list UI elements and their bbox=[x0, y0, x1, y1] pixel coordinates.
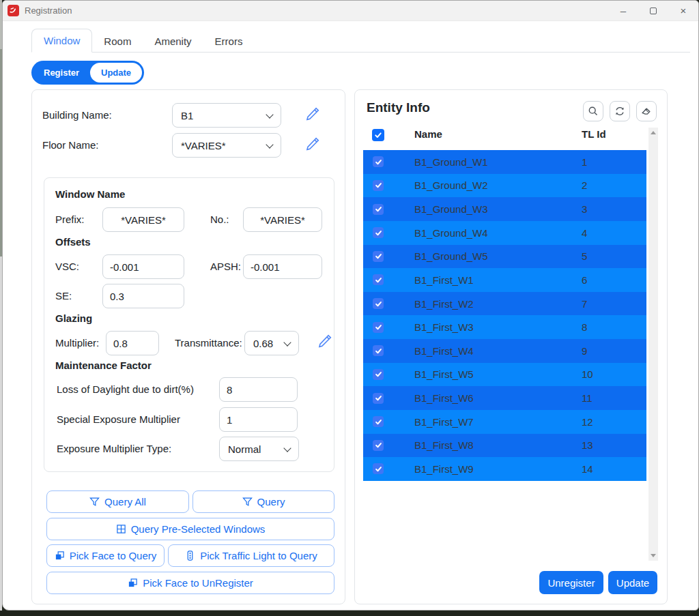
row-checkbox[interactable] bbox=[373, 463, 384, 474]
table-row[interactable]: B1_First_W1 6 bbox=[363, 268, 646, 292]
pick-face-query-button[interactable]: Pick Face to Query bbox=[46, 544, 165, 567]
minimize-button[interactable]: – bbox=[608, 1, 638, 20]
table-row[interactable]: B1_First_W4 9 bbox=[363, 339, 646, 363]
row-checkbox[interactable] bbox=[373, 298, 384, 309]
transmittance-select[interactable]: 0.68 bbox=[244, 331, 299, 355]
check-icon bbox=[375, 276, 382, 284]
no-label: No.: bbox=[210, 214, 229, 225]
tab-amenity[interactable]: Amenity bbox=[143, 30, 203, 53]
no-input[interactable] bbox=[243, 207, 322, 232]
row-name: B1_First_W3 bbox=[414, 321, 474, 333]
row-checkbox[interactable] bbox=[373, 345, 384, 356]
row-checkbox[interactable] bbox=[373, 204, 384, 215]
table-row[interactable]: B1_First_W3 8 bbox=[363, 315, 646, 339]
table-row[interactable]: B1_Ground_W4 4 bbox=[363, 221, 646, 245]
entity-table-scrollbar[interactable] bbox=[648, 128, 658, 561]
row-name: B1_Ground_W4 bbox=[414, 227, 488, 239]
row-name: B1_First_W4 bbox=[414, 345, 474, 357]
maximize-icon bbox=[650, 8, 657, 14]
check-icon bbox=[375, 465, 382, 473]
apsh-input[interactable] bbox=[243, 254, 322, 279]
table-row[interactable]: B1_First_W8 13 bbox=[363, 434, 646, 458]
edit-glazing-icon[interactable] bbox=[317, 334, 332, 349]
edit-building-icon[interactable] bbox=[305, 106, 320, 121]
row-checkbox[interactable] bbox=[373, 440, 384, 451]
edit-floor-icon[interactable] bbox=[305, 136, 320, 151]
table-row[interactable]: B1_Ground_W5 5 bbox=[363, 245, 646, 269]
sem-input[interactable] bbox=[219, 407, 298, 432]
building-name-value: B1 bbox=[181, 110, 193, 121]
entity-table-header: Name TL Id bbox=[363, 128, 646, 148]
table-row[interactable]: B1_Ground_W3 3 bbox=[363, 197, 646, 221]
tab-room[interactable]: Room bbox=[92, 30, 143, 53]
table-row[interactable]: B1_First_W2 7 bbox=[363, 292, 646, 316]
emt-select[interactable]: Normal bbox=[219, 437, 299, 461]
chevron-down-icon bbox=[283, 338, 291, 346]
row-tl-id: 1 bbox=[582, 156, 587, 168]
table-row[interactable]: B1_First_W5 10 bbox=[363, 363, 646, 387]
transmittance-value: 0.68 bbox=[253, 338, 273, 349]
pick-face-unregister-button[interactable]: Pick Face to UnRegister bbox=[46, 572, 334, 594]
vsc-input[interactable] bbox=[102, 254, 184, 279]
floor-name-select[interactable]: *VARIES* bbox=[172, 133, 281, 158]
stacked-squares-icon bbox=[55, 551, 65, 561]
check-icon bbox=[375, 181, 382, 189]
maintenance-title: Maintenance Factor bbox=[55, 360, 152, 371]
apsh-label: APSH: bbox=[210, 261, 241, 272]
funnel-icon bbox=[89, 497, 100, 507]
scroll-down-icon[interactable] bbox=[651, 554, 656, 557]
row-checkbox[interactable] bbox=[373, 180, 384, 191]
prefix-input[interactable] bbox=[102, 207, 184, 232]
window-title: Registration bbox=[25, 5, 72, 16]
maximize-button[interactable] bbox=[638, 1, 668, 20]
register-toggle[interactable]: Register bbox=[33, 68, 90, 78]
row-tl-id: 6 bbox=[582, 274, 587, 286]
row-name: B1_Ground_W1 bbox=[414, 156, 488, 168]
tab-window[interactable]: Window bbox=[31, 29, 92, 53]
unregister-button[interactable]: Unregister bbox=[539, 571, 603, 594]
building-name-select[interactable]: B1 bbox=[172, 103, 281, 128]
table-row[interactable]: B1_First_W7 12 bbox=[363, 410, 646, 434]
background-bottom bbox=[0, 611, 699, 616]
refresh-button[interactable] bbox=[610, 101, 630, 121]
emt-label: Exposure Multiplier Type: bbox=[57, 443, 171, 454]
row-checkbox[interactable] bbox=[373, 156, 384, 167]
refresh-icon bbox=[614, 106, 625, 117]
row-checkbox[interactable] bbox=[373, 322, 384, 333]
query-all-button[interactable]: Query All bbox=[46, 490, 189, 513]
query-button[interactable]: Query bbox=[192, 490, 334, 513]
check-icon bbox=[375, 158, 382, 166]
update-toggle[interactable]: Update bbox=[90, 63, 142, 83]
multiplier-input[interactable] bbox=[106, 331, 159, 355]
table-row[interactable]: B1_First_W9 14 bbox=[363, 457, 646, 481]
row-checkbox[interactable] bbox=[373, 393, 384, 404]
row-checkbox[interactable] bbox=[373, 274, 384, 285]
update-button[interactable]: Update bbox=[608, 571, 657, 594]
row-checkbox[interactable] bbox=[373, 227, 384, 238]
row-tl-id: 10 bbox=[582, 368, 593, 380]
entity-info-panel: Entity Info Name TL Id B bbox=[354, 89, 668, 604]
row-tl-id: 2 bbox=[582, 179, 587, 191]
table-row[interactable]: B1_Ground_W1 1 bbox=[363, 150, 646, 174]
row-checkbox[interactable] bbox=[373, 369, 384, 380]
select-all-checkbox[interactable] bbox=[372, 129, 384, 141]
row-checkbox[interactable] bbox=[373, 251, 384, 262]
row-tl-id: 7 bbox=[582, 298, 587, 310]
dirt-input[interactable] bbox=[219, 377, 298, 402]
tab-errors[interactable]: Errors bbox=[203, 30, 255, 53]
se-input[interactable] bbox=[102, 284, 184, 308]
clear-button[interactable] bbox=[636, 101, 657, 121]
scroll-up-icon[interactable] bbox=[651, 131, 656, 134]
pick-traffic-light-query-button[interactable]: Pick Traffic Light to Query bbox=[168, 544, 334, 567]
table-row[interactable]: B1_First_W6 11 bbox=[363, 386, 646, 410]
row-tl-id: 13 bbox=[582, 439, 593, 451]
search-button[interactable] bbox=[583, 101, 603, 121]
dirt-label: Loss of Daylight due to dirt(%) bbox=[57, 383, 194, 395]
close-button[interactable]: × bbox=[668, 1, 698, 20]
table-row[interactable]: B1_Ground_W2 2 bbox=[363, 174, 646, 198]
floor-name-label: Floor Name: bbox=[42, 139, 99, 151]
chevron-down-icon bbox=[266, 141, 273, 148]
stacked-squares-icon bbox=[128, 578, 138, 588]
row-checkbox[interactable] bbox=[373, 416, 384, 427]
query-preselected-button[interactable]: Query Pre-Selected Windows bbox=[46, 518, 334, 540]
